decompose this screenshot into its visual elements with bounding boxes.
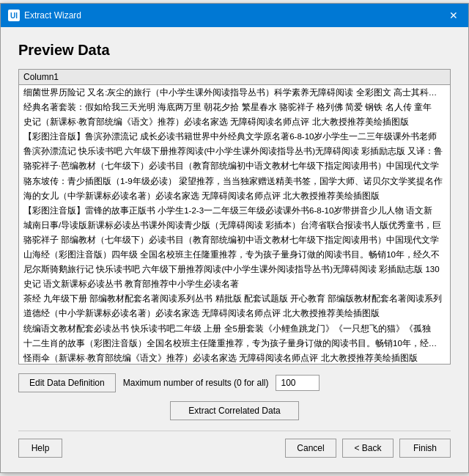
table-row: 尼尔斯骑鹅旅行记 快乐读书吧 六年级下册推荐阅读(中小学生课外阅读指导丛书)无障… (19, 262, 450, 277)
table-row: 十二生肖的故事（彩图注音版）全国名校班主任隆重推荐，专为孩子量身订做的阅读书目。… (19, 336, 450, 351)
table-row: 茶经 九年级下册 部编教材配套名著阅读系列丛书 精批版 配套试题版 开心教育 部… (19, 291, 450, 306)
column-header: Column1 (19, 70, 450, 85)
extract-wizard-window: UI Extract Wizard ✕ Preview Data Column1… (0, 3, 469, 473)
table-row: 道德经（中小学新课标必读名著）必读名家选 无障碍阅读名师点评 北大教授推荐美绘插… (19, 306, 450, 321)
edit-data-definition-button[interactable]: Edit Data Definition (18, 373, 116, 392)
max-results-input[interactable] (276, 375, 320, 391)
bottom-right: Cancel < Back Finish (285, 439, 451, 458)
title-bar-left: UI Extract Wizard (8, 10, 81, 21)
table-row: 史记（新课标·教育部统编《语文》推荐）必读名家选 无障碍阅读名师点评 北大教授推… (19, 114, 450, 129)
table-row: 骆驼祥子 部编教材（七年级下）必读书目（教育部统编初中语文教材七年级下指定阅读用… (19, 232, 450, 247)
finish-button[interactable]: Finish (399, 439, 451, 458)
table-row: 【彩图注音版】鲁滨孙漂流记 成长必读书籍世界中外经典文学原名著6-8-10岁小学… (19, 129, 450, 144)
data-list[interactable]: 细菌世界历险记 又名:灰尘的旅行（中小学生课外阅读指导丛书）科学素养无障碍阅读 … (19, 85, 450, 364)
cancel-button[interactable]: Cancel (285, 439, 336, 458)
table-row: 【彩图注音版】雷锋的故事正版书 小学生1-2-3一二年级三年级必读课外书6-8-… (19, 203, 450, 218)
page-title: Preview Data (18, 42, 451, 59)
bottom-left: Help (18, 439, 62, 458)
extract-correlated-button[interactable]: Extract Correlated Data (170, 401, 298, 420)
table-row: 山海经（彩图注音版）四年级 全国名校班主任隆重推荐，专为孩子量身订做的阅读书目。… (19, 247, 450, 262)
table-row: 海的女儿（中学新课标必读名著）必读名家选 无障碍阅读名师点评 北大教授推荐美绘插… (19, 188, 450, 203)
close-button[interactable]: ✕ (446, 8, 461, 23)
back-button[interactable]: < Back (342, 439, 394, 458)
table-row: 怪雨伞（新课标·教育部统编《语文》推荐）必读名家选 无障碍阅读名师点评 北大教授… (19, 351, 450, 364)
bottom-row: Help Cancel < Back Finish (18, 439, 451, 458)
table-row: 骆东坡传：青少插图版（1-9年级必读） 梁望推荐，当当独家赠送精美书签，国学大师… (19, 174, 450, 188)
divider (18, 431, 451, 431)
table-row: 城南日事/导读版新课标必读丛书课外阅读青少版（无障碍阅读 彩插本）台湾省联合报读… (19, 218, 450, 232)
actions-row: Edit Data Definition Maximum number of r… (18, 373, 451, 392)
table-row: 经典名著套装：假如给我三天光明 海底两万里 朝花夕拾 繁星春水 骆驼祥子 格列佛… (19, 100, 450, 114)
title-bar: UI Extract Wizard ✕ (1, 4, 468, 27)
help-button[interactable]: Help (18, 439, 62, 458)
extract-row: Extract Correlated Data (18, 401, 451, 420)
table-row: 细菌世界历险记 又名:灰尘的旅行（中小学生课外阅读指导丛书）科学素养无障碍阅读 … (19, 85, 450, 100)
window-title: Extract Wizard (24, 10, 81, 21)
table-row: 史记 语文新课标必读丛书 教育部推荐中小学生必读名著 (19, 277, 450, 291)
table-row: 鲁滨孙漂流记 快乐读书吧 六年级下册推荐阅读(中小学生课外阅读指导丛书)无障碍阅… (19, 144, 450, 158)
data-grid: Column1 细菌世界历险记 又名:灰尘的旅行（中小学生课外阅读指导丛书）科学… (18, 69, 451, 365)
table-row: 统编语文教材配套必读丛书 快乐读书吧二年级 上册 全5册套装《小鲤鱼跳龙门》《一… (19, 321, 450, 336)
max-results-label: Maximum number of results (0 for all) (123, 378, 269, 388)
app-icon: UI (8, 10, 20, 21)
window-content: Preview Data Column1 细菌世界历险记 又名:灰尘的旅行（中小… (1, 27, 468, 472)
table-row: 骆驼祥子·芭编教材（七年级下）必读书目（教育部统编初中语文教材七年级下指定阅读用… (19, 158, 450, 173)
